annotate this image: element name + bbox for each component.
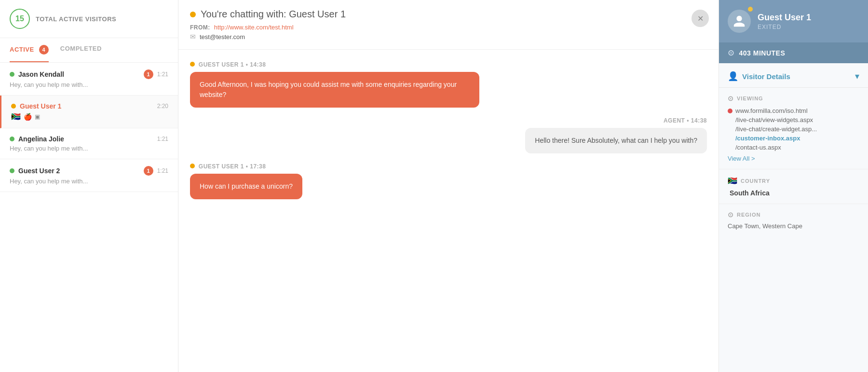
chat-preview: Hey, can you help me with... bbox=[10, 81, 168, 88]
chat-user-name: Angelina Jolie bbox=[10, 135, 64, 143]
from-url[interactable]: http://www.site.com/test.html bbox=[214, 24, 294, 31]
right-panel: Guest User 1 EXITED ⊙ 403 MINUTES 👤 Visi… bbox=[719, 0, 868, 372]
viewing-label: ⊙ VIEWING bbox=[728, 95, 859, 102]
chat-preview: Hey, can you help me with... bbox=[10, 178, 168, 185]
list-item[interactable]: /customer-inbox.aspx bbox=[728, 134, 859, 143]
region-icon: ⊙ bbox=[728, 211, 734, 219]
online-indicator bbox=[10, 168, 14, 173]
sidebar: 15 TOTAL ACTIVE VISITORS ACTIVE 4 COMPLE… bbox=[0, 0, 178, 372]
message-group: AGENT • 14:38 Hello there! Sure Absolute… bbox=[190, 117, 707, 153]
chat-from-row: FROM: http://www.site.com/test.html bbox=[190, 24, 707, 31]
flag-za-icon: 🇿🇦 bbox=[728, 176, 738, 185]
total-active-label: TOTAL ACTIVE VISITORS bbox=[36, 15, 116, 23]
guest-header-wrapper: Guest User 1 EXITED bbox=[719, 0, 868, 42]
list-item: /contact-us.aspx bbox=[728, 143, 859, 152]
guest-name: Guest User 1 bbox=[758, 13, 811, 23]
tab-active-label: ACTIVE bbox=[10, 46, 34, 53]
visitor-count: 15 bbox=[15, 14, 24, 23]
chat-header-title: You're chatting with: Guest User 1 bbox=[190, 9, 707, 20]
chat-user-name: Guest User 1 bbox=[11, 102, 61, 110]
chat-time: 2:20 bbox=[157, 103, 168, 110]
chat-user-name: Guest User 2 bbox=[10, 167, 60, 175]
sender-dot bbox=[190, 62, 195, 67]
region-value: Cape Town, Western Cape bbox=[728, 222, 859, 230]
status-dot bbox=[190, 12, 196, 17]
presence-dot bbox=[748, 7, 753, 12]
chat-title: You're chatting with: Guest User 1 bbox=[201, 9, 346, 20]
close-button[interactable]: ✕ bbox=[692, 10, 709, 27]
chat-email: test@tester.com bbox=[200, 33, 245, 41]
main-chat: You're chatting with: Guest User 1 FROM:… bbox=[178, 0, 719, 372]
avatar-icon bbox=[732, 14, 746, 28]
message-bubble-guest: How can I purchase a unicorn? bbox=[190, 174, 302, 199]
chat-email-row: ✉ test@tester.com bbox=[190, 33, 707, 41]
message-group: GUEST USER 1 • 17:38 How can I purchase … bbox=[190, 163, 707, 199]
chat-badge: 1 bbox=[144, 69, 153, 79]
clock-icon: ⊙ bbox=[728, 48, 734, 57]
viewing-list: www.formilla.com/iso.html /live-chat/vie… bbox=[728, 106, 859, 152]
message-sender-info: GUEST USER 1 • 14:38 bbox=[190, 61, 707, 68]
message-sender-info: AGENT • 14:38 bbox=[664, 117, 707, 124]
view-all-link[interactable]: View All > bbox=[728, 155, 859, 162]
person-icon: 👤 bbox=[728, 71, 738, 82]
minutes-value: 403 MINUTES bbox=[739, 49, 786, 57]
chat-badge: 1 bbox=[144, 166, 153, 176]
guest-status: EXITED bbox=[758, 24, 811, 30]
chevron-down-icon[interactable]: ▾ bbox=[855, 71, 859, 82]
list-item: /live-chat/create-widget.asp... bbox=[728, 124, 859, 134]
current-page-dot bbox=[728, 109, 732, 113]
guest-header-info: Guest User 1 EXITED bbox=[758, 13, 811, 30]
tab-completed-label: COMPLETED bbox=[60, 45, 102, 52]
online-indicator bbox=[11, 104, 16, 109]
window-icon: ▣ bbox=[35, 113, 40, 120]
chat-preview: Hey, can you help me with... bbox=[10, 145, 168, 152]
message-bubble-guest: Good Afternoon, I was hoping you could a… bbox=[190, 72, 479, 108]
chat-header: You're chatting with: Guest User 1 FROM:… bbox=[178, 0, 719, 50]
viewing-section: ⊙ VIEWING www.formilla.com/iso.html /liv… bbox=[719, 88, 868, 169]
country-section: 🇿🇦 COUNTRY South Africa bbox=[719, 169, 868, 204]
chat-messages: GUEST USER 1 • 14:38 Good Afternoon, I w… bbox=[178, 50, 719, 372]
minutes-bar: ⊙ 403 MINUTES bbox=[719, 42, 868, 63]
visitor-details-header: 👤 Visitor Details ▾ bbox=[719, 63, 868, 88]
country-label: 🇿🇦 COUNTRY bbox=[728, 176, 859, 185]
guest-avatar bbox=[728, 10, 751, 33]
list-item[interactable]: Guest User 1 2:20 🇿🇦 🍎 ▣ bbox=[0, 96, 178, 128]
list-item[interactable]: Guest User 2 1 1:21 Hey, can you help me… bbox=[0, 159, 178, 192]
list-item[interactable]: Jason Kendall 1 1:21 Hey, can you help m… bbox=[0, 63, 178, 96]
chat-time: 1:21 bbox=[157, 71, 168, 78]
viewing-icon: ⊙ bbox=[728, 95, 734, 102]
tab-completed[interactable]: COMPLETED bbox=[60, 38, 102, 62]
message-bubble-agent: Hello there! Sure Absolutely, what can I… bbox=[525, 128, 707, 153]
country-name: South Africa bbox=[728, 189, 859, 197]
message-group: GUEST USER 1 • 14:38 Good Afternoon, I w… bbox=[190, 61, 707, 108]
tabs-bar: ACTIVE 4 COMPLETED bbox=[0, 38, 178, 63]
flag-za-icon: 🇿🇦 bbox=[11, 112, 21, 121]
email-icon: ✉ bbox=[190, 33, 196, 41]
list-item: /live-chat/view-widgets.aspx bbox=[728, 115, 859, 124]
sender-dot bbox=[190, 164, 195, 168]
guest-header: Guest User 1 EXITED bbox=[719, 0, 868, 42]
sidebar-header: 15 TOTAL ACTIVE VISITORS bbox=[0, 0, 178, 38]
tab-active[interactable]: ACTIVE 4 bbox=[10, 38, 49, 62]
message-sender-info: GUEST USER 1 • 17:38 bbox=[190, 163, 707, 170]
list-item[interactable]: Angelina Jolie 1:21 Hey, can you help me… bbox=[0, 128, 178, 159]
region-section: ⊙ REGION Cape Town, Western Cape bbox=[719, 204, 868, 236]
chat-time: 1:21 bbox=[157, 136, 168, 142]
flags-row: 🇿🇦 🍎 ▣ bbox=[11, 112, 168, 121]
visitor-details-title: 👤 Visitor Details bbox=[728, 71, 790, 82]
chat-time: 1:21 bbox=[157, 167, 168, 174]
visitor-count-badge: 15 bbox=[10, 9, 30, 29]
online-indicator bbox=[10, 72, 14, 77]
online-indicator bbox=[10, 137, 14, 141]
tab-active-badge: 4 bbox=[39, 45, 49, 55]
chat-user-name: Jason Kendall bbox=[10, 70, 64, 78]
apple-icon: 🍎 bbox=[24, 113, 32, 121]
from-label: FROM: bbox=[190, 24, 210, 31]
chat-list: Jason Kendall 1 1:21 Hey, can you help m… bbox=[0, 63, 178, 372]
region-label: ⊙ REGION bbox=[728, 211, 859, 219]
list-item: www.formilla.com/iso.html bbox=[728, 106, 859, 115]
